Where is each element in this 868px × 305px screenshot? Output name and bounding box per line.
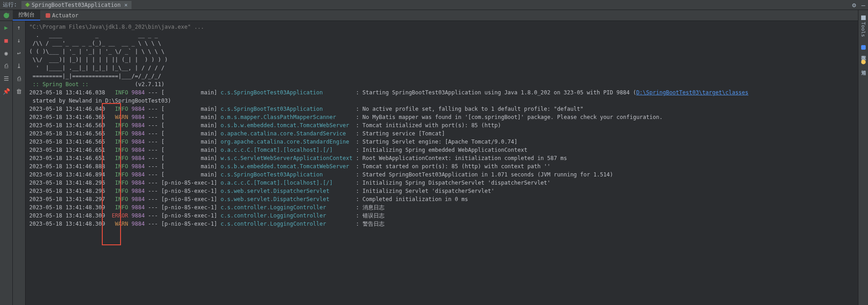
- run-config-tab[interactable]: SpringBootTest03Application ×: [21, 1, 131, 9]
- spring-icon: [25, 3, 30, 7]
- console-line: 2023-05-18 13:41:48.309 ERROR 9884 --- […: [29, 212, 864, 220]
- console-actions-gutter: ↑ ↓ ↩ ⤓ ⎙ 🗑: [13, 21, 26, 305]
- console-line: /\\ / ___'_ __ _ _(_)_ __ __ _ \ \ \ \: [29, 39, 864, 47]
- print-icon-2[interactable]: ⎙: [16, 75, 23, 82]
- layout-icon[interactable]: ☰: [3, 75, 10, 82]
- console-line: :: Spring Boot :: (v2.7.11): [29, 80, 864, 88]
- console-line: 2023-05-18 13:41:46.565 INFO 9884 --- [ …: [29, 129, 864, 138]
- console-line: 2023-05-18 13:41:46.651 INFO 9884 --- [ …: [29, 146, 864, 154]
- console-line: "C:\Program Files\Java\jdk1.8.0_202\bin\…: [29, 23, 864, 31]
- console-line: ( ( )\___ | '_ | '_| | '_ \/ _` | \ \ \ …: [29, 47, 864, 56]
- wrap-icon[interactable]: ↩: [16, 49, 23, 57]
- tools-icon: [861, 16, 866, 20]
- console-line: =========|_|==============|___/=/_/_/_/: [29, 72, 864, 80]
- console-line: 2023-05-18 13:41:46.365 WARN 9884 --- [ …: [29, 113, 864, 121]
- console-line: 2023-05-18 13:41:46.888 INFO 9884 --- [ …: [29, 162, 864, 171]
- run-label: 运行:: [3, 1, 17, 9]
- run-toolwindow-header: 运行: SpringBootTest03Application × ⚙ —: [0, 0, 868, 10]
- minimize-icon[interactable]: —: [862, 1, 865, 9]
- tab-console[interactable]: 控制台: [13, 10, 40, 21]
- up-icon[interactable]: ↑: [16, 24, 23, 31]
- console-line: 2023-05-18 13:41:46.560 INFO 9884 --- [ …: [29, 121, 864, 129]
- console-line: 2023-05-18 13:41:46.894 INFO 9884 --- [ …: [29, 171, 864, 179]
- console-line: 2023-05-18 13:41:48.309 INFO 9884 --- [p…: [29, 203, 864, 212]
- scroll-end-icon[interactable]: ⤓: [16, 62, 23, 69]
- tab-actuator[interactable]: Actuator: [40, 10, 84, 21]
- run-icon[interactable]: ▶: [3, 24, 10, 31]
- console-line: 2023-05-18 13:41:48.297 INFO 9884 --- [p…: [29, 195, 864, 203]
- rerun-button[interactable]: [3, 12, 10, 19]
- console-line: 2023-05-18 13:41:46.565 INFO 9884 --- [ …: [29, 138, 864, 146]
- database-icon: [861, 45, 866, 50]
- down-icon[interactable]: ↓: [16, 36, 23, 44]
- console-output[interactable]: "C:\Program Files\Java\jdk1.8.0_202\bin\…: [26, 21, 868, 305]
- console-line: 2023-05-18 13:41:46.038 INFO 9884 --- [ …: [29, 88, 864, 97]
- console-line: started by Newland in D:\SpringBootTest0…: [29, 97, 864, 105]
- console-line: \\/ ___)| |_)| | | | | || (_| | ) ) ) ): [29, 56, 864, 64]
- stop-icon[interactable]: ■: [3, 36, 10, 44]
- right-tab-tools-label: Tools: [860, 22, 866, 37]
- right-tab-database[interactable]: 数据库: [860, 43, 867, 53]
- bulb-icon: [861, 60, 866, 64]
- console-line: 2023-05-18 13:41:48.309 WARN 9884 --- [p…: [29, 220, 864, 228]
- close-tab-icon[interactable]: ×: [124, 2, 127, 8]
- pin-icon[interactable]: 📌: [3, 88, 10, 95]
- actuator-icon: [46, 13, 50, 18]
- run-tabs: 控制台 Actuator: [0, 10, 868, 21]
- print-icon[interactable]: ⎙: [3, 62, 10, 69]
- camera-icon[interactable]: ◉: [3, 49, 10, 57]
- console-line: 2023-05-18 13:41:46.651 INFO 9884 --- [ …: [29, 154, 864, 162]
- console-line: ' |____| .__|_| |_|_| |_\__, | / / / /: [29, 64, 864, 72]
- console-line: 2023-05-18 13:41:48.296 INFO 9884 --- [p…: [29, 179, 864, 187]
- right-tab-tips[interactable]: 通知: [860, 58, 867, 68]
- console-line: 2023-05-18 13:41:48.296 INFO 9884 --- [p…: [29, 187, 864, 195]
- console-line: 2023-05-18 13:41:46.040 INFO 9884 --- [ …: [29, 105, 864, 113]
- tab-console-label: 控制台: [18, 11, 35, 19]
- right-tool-sidebar: Tools 数据库 通知: [858, 10, 868, 305]
- right-tab-tools[interactable]: Tools: [860, 14, 866, 39]
- settings-icon[interactable]: ⚙: [852, 1, 856, 9]
- file-link[interactable]: D:\SpringBootTest03\target\classes: [636, 89, 748, 96]
- run-config-name: SpringBootTest03Application: [32, 2, 121, 8]
- tab-actuator-label: Actuator: [52, 12, 79, 19]
- run-actions-gutter: ▶ ■ ◉ ⎙ ☰ 📌: [0, 21, 13, 305]
- trash-icon[interactable]: 🗑: [16, 88, 23, 95]
- console-line: . ____ _ __ _ _: [29, 31, 864, 39]
